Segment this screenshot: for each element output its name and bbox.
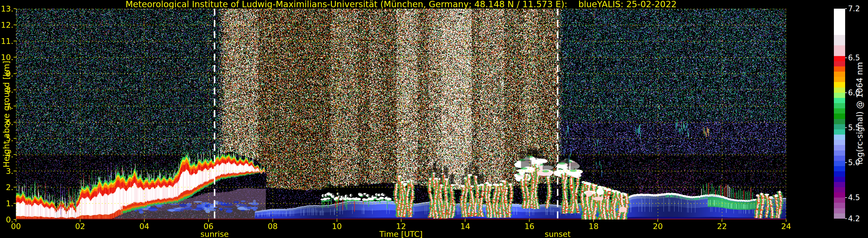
- colorbar-segment: [834, 203, 845, 208]
- y-tick: [13, 219, 16, 220]
- colorbar-segment: [834, 166, 845, 171]
- colorbar-tick: [845, 162, 847, 163]
- x-tick-label: 18: [589, 222, 598, 231]
- colorbar-segment: [834, 30, 845, 35]
- y-tick-label: 1.: [0, 199, 13, 208]
- colorbar-segment: [834, 9, 845, 14]
- x-tick: [337, 219, 337, 222]
- x-tick-label: 20: [653, 222, 663, 231]
- colorbar-segment: [834, 93, 845, 98]
- y-tick: [13, 171, 16, 171]
- y-tick-label: 6.: [0, 118, 13, 127]
- x-tick-label: 22: [717, 222, 727, 231]
- colorbar-segment: [834, 19, 845, 24]
- x-tick: [657, 219, 658, 222]
- x-tick: [16, 219, 16, 222]
- x-axis-label: Time [UTC]: [379, 230, 423, 238]
- y-tick: [13, 73, 16, 74]
- colorbar-tick: [845, 58, 847, 58]
- colorbar-segment: [834, 129, 845, 135]
- colorbar-label: log(rc-signal) @ 1064 nm: [855, 62, 865, 165]
- x-tick-label: 04: [140, 222, 149, 231]
- colorbar-tick-label: 6.5: [848, 54, 860, 62]
- colorbar: [834, 9, 845, 219]
- colorbar-segment: [834, 56, 845, 61]
- colorbar-segment: [834, 150, 845, 156]
- colorbar-tick: [845, 218, 847, 219]
- colorbar-segment: [834, 213, 845, 219]
- y-tick: [13, 154, 16, 155]
- lidar-quicklook-screen: Meteorological Institute of Ludwig-Maxim…: [0, 0, 868, 238]
- colorbar-segment: [834, 145, 845, 150]
- y-tick-label: 4.: [0, 150, 13, 159]
- y-tick: [13, 8, 16, 9]
- colorbar-segment: [834, 135, 845, 140]
- colorbar-segment: [834, 98, 845, 103]
- y-tick: [13, 138, 16, 139]
- colorbar-segment: [834, 198, 845, 203]
- colorbar-tick: [845, 127, 847, 128]
- y-tick-label: 13.: [0, 4, 13, 13]
- y-tick: [13, 90, 16, 90]
- colorbar-tick: [845, 197, 847, 198]
- x-tick-label: 10: [332, 222, 342, 231]
- colorbar-segment: [834, 208, 845, 213]
- colorbar-segment: [834, 192, 845, 198]
- colorbar-segment: [834, 50, 845, 56]
- colorbar-segment: [834, 171, 845, 176]
- x-tick: [401, 219, 401, 222]
- colorbar-segment: [834, 35, 845, 40]
- y-tick: [13, 57, 16, 58]
- colorbar-segment: [834, 156, 845, 161]
- colorbar-segment: [834, 161, 845, 166]
- x-tick-label: 08: [268, 222, 277, 231]
- colorbar-segment: [834, 77, 845, 82]
- y-tick-label: 12.: [0, 21, 13, 30]
- y-tick-label: 11.: [0, 37, 13, 46]
- colorbar-tick-label: 7.2: [848, 4, 860, 13]
- x-tick: [786, 219, 786, 222]
- colorbar-segment: [834, 140, 845, 145]
- colorbar-segment: [834, 25, 845, 30]
- colorbar-segment: [834, 45, 845, 50]
- colorbar-segment: [834, 108, 845, 113]
- colorbar-segment: [834, 40, 845, 45]
- colorbar-tick-label: 4.5: [848, 193, 860, 202]
- x-tick: [593, 219, 594, 222]
- colorbar-tick: [845, 8, 847, 9]
- colorbar-segment: [834, 103, 845, 108]
- x-tick: [529, 219, 530, 222]
- colorbar-segment: [834, 113, 845, 119]
- x-tick: [722, 219, 722, 222]
- y-tick: [13, 106, 16, 106]
- colorbar-segment: [834, 124, 845, 129]
- colorbar-segment: [834, 66, 845, 72]
- colorbar-segment: [834, 119, 845, 124]
- lidar-heatmap-canvas: [16, 9, 786, 219]
- colorbar-segment: [834, 182, 845, 187]
- x-tick: [144, 219, 145, 222]
- colorbar-tick: [845, 93, 847, 93]
- y-tick-label: 10.: [0, 53, 13, 62]
- colorbar-segment: [834, 187, 845, 192]
- colorbar-segment: [834, 61, 845, 66]
- x-tick-label: 16: [524, 222, 534, 231]
- x-tick: [80, 219, 81, 222]
- y-tick-label: 8.: [0, 86, 13, 95]
- x-tick-label: 24: [781, 222, 791, 231]
- x-tick-label: 14: [460, 222, 470, 231]
- y-tick-label: 2.: [0, 183, 13, 192]
- colorbar-segment: [834, 177, 845, 182]
- y-tick: [13, 122, 16, 123]
- y-tick: [13, 25, 16, 25]
- x-tick-label: 02: [75, 222, 85, 231]
- colorbar-segment: [834, 14, 845, 19]
- y-tick-label: 9.: [0, 69, 13, 78]
- y-tick: [13, 187, 16, 188]
- y-tick-label: 5.: [0, 134, 13, 143]
- page-title: Meteorological Institute of Ludwig-Maxim…: [126, 0, 677, 9]
- y-tick: [13, 41, 16, 41]
- y-tick-label: 0.: [0, 215, 13, 224]
- x-tick: [465, 219, 465, 222]
- x-tick: [208, 219, 209, 222]
